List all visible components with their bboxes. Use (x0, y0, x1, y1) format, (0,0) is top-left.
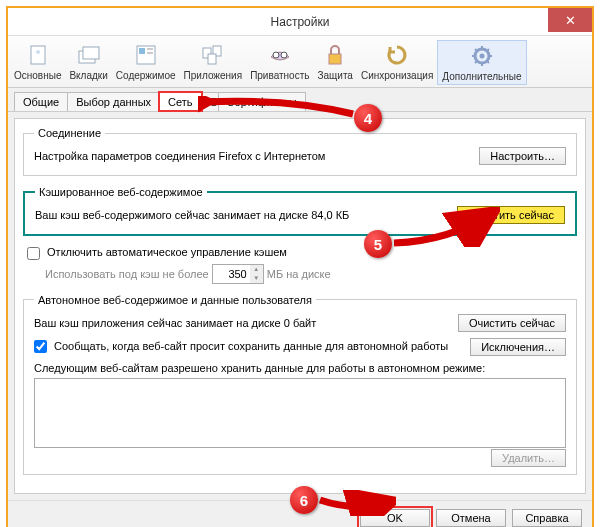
svg-point-11 (273, 52, 279, 58)
tab-data-choices[interactable]: Выбор данных (67, 92, 160, 111)
ribbon-advanced[interactable]: Дополнительные (437, 40, 526, 85)
step-badge-4: 4 (354, 104, 382, 132)
category-ribbon: Основные Вкладки Содержимое Приложения П… (8, 36, 592, 88)
offline-notify-checkbox[interactable] (34, 340, 47, 353)
tab-network[interactable]: Сеть (159, 92, 201, 111)
window-title: Настройки (271, 15, 330, 29)
cache-legend: Кэшированное веб-содержимое (35, 186, 207, 198)
cache-status: Ваш кэш веб-содержимого сейчас занимает … (35, 209, 349, 221)
connection-legend: Соединение (34, 127, 105, 139)
override-cache-label: Отключить автоматическое управление кэше… (47, 246, 287, 258)
clear-cache-button[interactable]: Очистить сейчас (457, 206, 565, 224)
offline-list-label: Следующим веб-сайтам разрешено хранить д… (34, 362, 566, 374)
svg-rect-7 (147, 52, 153, 54)
sync-icon (382, 42, 412, 68)
tab-general[interactable]: Общие (14, 92, 68, 111)
sub-tab-strip: Общие Выбор данных Сеть Обновления Серти… (8, 88, 592, 112)
svg-rect-10 (208, 54, 216, 64)
svg-line-20 (475, 49, 477, 51)
tabs-icon (74, 42, 104, 68)
svg-line-22 (475, 61, 477, 63)
ribbon-security[interactable]: Защита (313, 40, 356, 85)
ok-button[interactable]: OK (360, 509, 430, 527)
settings-window: Настройки ✕ Основные Вкладки Содержимое … (6, 6, 594, 527)
step-badge-6: 6 (290, 486, 318, 514)
cache-group: Кэшированное веб-содержимое Ваш кэш веб-… (23, 186, 577, 236)
ribbon-sync[interactable]: Синхронизация (357, 40, 437, 85)
cache-limit-suffix: МБ на диске (267, 268, 331, 280)
advanced-icon (467, 43, 497, 69)
svg-rect-13 (329, 54, 341, 64)
svg-line-21 (487, 61, 489, 63)
step-badge-5: 5 (364, 230, 392, 258)
security-icon (320, 42, 350, 68)
tab-content: Соединение Настройка параметров соединен… (14, 118, 586, 494)
titlebar: Настройки ✕ (8, 8, 592, 36)
ribbon-apps[interactable]: Приложения (180, 40, 247, 85)
svg-point-1 (36, 50, 40, 54)
svg-point-12 (281, 52, 287, 58)
offline-sites-list[interactable] (34, 378, 566, 448)
offline-status: Ваш кэш приложения сейчас занимает на ди… (34, 317, 316, 329)
connection-settings-button[interactable]: Настроить… (479, 147, 566, 165)
svg-rect-5 (139, 48, 145, 54)
override-cache-checkbox[interactable] (27, 247, 40, 260)
tab-updates[interactable]: Обновления (201, 92, 219, 111)
cache-limit-spinner[interactable]: ▲▼ (250, 264, 264, 284)
privacy-icon (265, 42, 295, 68)
connection-text: Настройка параметров соединения Firefox … (34, 150, 325, 162)
help-button[interactable]: Справка (512, 509, 582, 527)
apps-icon (198, 42, 228, 68)
override-cache-row[interactable]: Отключить автоматическое управление кэше… (27, 246, 573, 260)
svg-rect-0 (31, 46, 45, 64)
ribbon-tabs[interactable]: Вкладки (65, 40, 111, 85)
tab-certificates[interactable]: Сертификаты (218, 92, 306, 111)
close-button[interactable]: ✕ (548, 8, 592, 32)
ribbon-privacy[interactable]: Приватность (246, 40, 313, 85)
svg-line-23 (487, 49, 489, 51)
cache-limit-prefix: Использовать под кэш не более (45, 268, 209, 280)
offline-notify-row[interactable]: Сообщать, когда веб-сайт просит сохранит… (34, 340, 448, 354)
ribbon-content[interactable]: Содержимое (112, 40, 180, 85)
clear-offline-button[interactable]: Очистить сейчас (458, 314, 566, 332)
svg-rect-6 (147, 48, 153, 50)
offline-legend: Автономное веб-содержимое и данные польз… (34, 294, 316, 306)
offline-group: Автономное веб-содержимое и данные польз… (23, 294, 577, 475)
ribbon-general[interactable]: Основные (10, 40, 65, 85)
cancel-button[interactable]: Отмена (436, 509, 506, 527)
remove-site-button[interactable]: Удалить… (491, 449, 566, 467)
svg-rect-3 (83, 47, 99, 59)
offline-notify-label: Сообщать, когда веб-сайт просит сохранит… (54, 340, 448, 352)
connection-group: Соединение Настройка параметров соединен… (23, 127, 577, 176)
content-icon (131, 42, 161, 68)
exceptions-button[interactable]: Исключения… (470, 338, 566, 356)
svg-point-15 (479, 54, 484, 59)
general-icon (23, 42, 53, 68)
